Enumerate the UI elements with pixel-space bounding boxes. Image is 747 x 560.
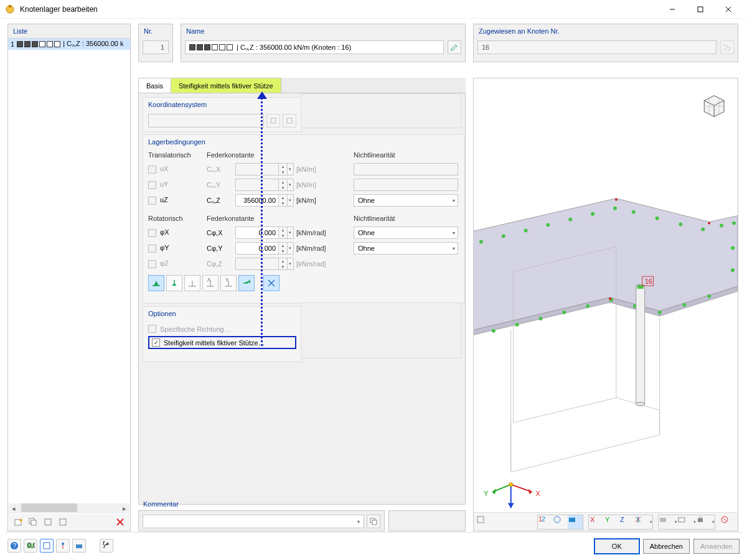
name-field[interactable]: | Cᵤ,Z : 356000.00 kN/m (Knoten : 16): [185, 40, 444, 54]
apply-button[interactable]: Anwenden: [693, 539, 740, 554]
svg-point-45: [731, 268, 735, 272]
nonlin-py[interactable]: Ohne▾: [354, 242, 458, 254]
tool-button-4[interactable]: [56, 515, 70, 529]
name-label: Name: [181, 24, 465, 38]
print-button[interactable]: ▾: [696, 515, 715, 529]
svg-point-78: [509, 483, 513, 487]
svg-text:0,00: 0,00: [27, 541, 35, 549]
window-close-button[interactable]: [714, 0, 742, 19]
tab-basis[interactable]: Basis: [138, 78, 171, 93]
tab-stiffness[interactable]: Steifigkeit mittels fiktiver Stütze: [171, 78, 281, 93]
axis-x-button[interactable]: X: [589, 515, 604, 529]
input-px[interactable]: 0.000: [235, 226, 279, 239]
svg-point-46: [707, 294, 711, 298]
preview-reset-button[interactable]: [720, 515, 735, 529]
window-minimize-button[interactable]: [658, 0, 686, 19]
assigned-panel: Zugewiesen an Knoten Nr. 16: [473, 24, 738, 62]
footer-tool-4[interactable]: [56, 539, 70, 553]
preview-display-3[interactable]: [568, 515, 583, 529]
app-icon: [5, 4, 15, 14]
view-style-2[interactable]: ▾: [677, 515, 696, 529]
support-icon-3[interactable]: [184, 275, 200, 291]
support-icon-6[interactable]: [238, 275, 255, 291]
svg-text:Y: Y: [605, 516, 610, 523]
assigned-field[interactable]: 16: [477, 40, 716, 54]
checkbox-py[interactable]: [148, 245, 156, 253]
preview-display-1[interactable]: 12: [538, 515, 553, 529]
view-style-1[interactable]: ▾: [659, 515, 677, 529]
edit-name-button[interactable]: [448, 40, 461, 54]
3d-preview-panel[interactable]: 16 X Y Z 12 X Y: [473, 78, 738, 531]
svg-point-44: [731, 246, 735, 250]
checkbox-ux[interactable]: [148, 166, 156, 174]
comment-library-button[interactable]: [367, 515, 380, 528]
support-type-toolbar: X Y: [148, 275, 459, 291]
svg-rect-11: [60, 519, 66, 525]
support-icon-7[interactable]: [263, 275, 280, 291]
svg-rect-10: [45, 519, 51, 525]
footer-help-button[interactable]: ?: [7, 539, 21, 553]
svg-point-41: [701, 228, 705, 231]
input-py[interactable]: 0.000: [235, 242, 279, 254]
ok-button[interactable]: OK: [594, 539, 639, 554]
footer-tool-5[interactable]: [72, 539, 86, 553]
input-pz[interactable]: [235, 258, 279, 270]
input-uz[interactable]: 356000.00: [235, 194, 279, 207]
coord-btn-2[interactable]: [283, 114, 296, 128]
nonlin-ux[interactable]: [354, 163, 458, 175]
footer-tool-6[interactable]: f: [100, 539, 113, 553]
svg-text:Y: Y: [484, 490, 489, 497]
svg-rect-65: [636, 286, 645, 404]
support-icon-5[interactable]: Y: [220, 275, 237, 291]
list-item[interactable]: 1 | Cᵤ,Z : 356000.00 k: [8, 39, 130, 50]
coord-btn-1[interactable]: [266, 114, 280, 128]
checkbox-uz[interactable]: [148, 197, 156, 205]
svg-point-38: [632, 210, 636, 214]
spinner-ux[interactable]: ▲▼: [278, 163, 288, 175]
list-header: Liste: [8, 24, 130, 39]
svg-marker-70: [529, 489, 532, 495]
axis-z-button[interactable]: Z: [619, 515, 634, 529]
cancel-button[interactable]: Abbrechen: [643, 539, 690, 554]
copy-item-button[interactable]: [26, 515, 40, 529]
checkbox-uy[interactable]: [148, 181, 156, 189]
annotation-arrow: [261, 95, 263, 346]
svg-point-31: [479, 240, 483, 243]
window-maximize-button[interactable]: [686, 0, 714, 19]
footer-tool-3[interactable]: [40, 539, 54, 553]
comment-select[interactable]: ▾: [143, 515, 364, 528]
support-icon-1[interactable]: [148, 275, 164, 291]
svg-rect-15: [287, 118, 292, 123]
input-uy[interactable]: [235, 179, 279, 191]
axis-iso-button[interactable]: ▾: [634, 515, 652, 529]
checkbox-px[interactable]: [148, 229, 156, 237]
footer-units-button[interactable]: 0,00: [24, 539, 37, 553]
preview-tool-1[interactable]: [476, 515, 491, 529]
nr-label: Nr.: [139, 24, 172, 38]
nonlin-uz[interactable]: Ohne▾: [354, 194, 458, 207]
nonlin-px[interactable]: Ohne▾: [354, 226, 458, 239]
list-scrollbar-horizontal[interactable]: ◂ ▸: [9, 503, 129, 513]
nonlin-uy[interactable]: [354, 179, 458, 191]
input-ux[interactable]: [235, 163, 279, 175]
svg-rect-3: [698, 7, 703, 12]
preview-display-2[interactable]: [553, 515, 568, 529]
axis-y-button[interactable]: Y: [604, 515, 619, 529]
list-toolbar: ✦: [9, 514, 129, 530]
option-specific-direction[interactable]: Spezifische Richtung…: [148, 323, 296, 335]
tool-button-3[interactable]: [41, 515, 55, 529]
svg-rect-1: [9, 5, 11, 7]
option-stiffness-column[interactable]: Steifigkeit mittels fiktiver Stütze…: [148, 336, 296, 349]
pick-node-button[interactable]: [720, 40, 734, 54]
dialog-buttons: OK Abbrechen Anwenden: [594, 539, 740, 554]
svg-rect-97: [372, 520, 377, 525]
support-icon-2[interactable]: [166, 275, 182, 291]
new-item-button[interactable]: ✦: [11, 515, 25, 529]
checkbox-pz[interactable]: [148, 260, 156, 268]
svg-rect-14: [271, 118, 276, 123]
support-icon-4[interactable]: X: [202, 275, 218, 291]
delete-item-button[interactable]: [113, 515, 127, 529]
coord-system-select[interactable]: [148, 114, 264, 128]
svg-rect-102: [44, 543, 50, 549]
nr-value[interactable]: 1: [143, 40, 169, 54]
